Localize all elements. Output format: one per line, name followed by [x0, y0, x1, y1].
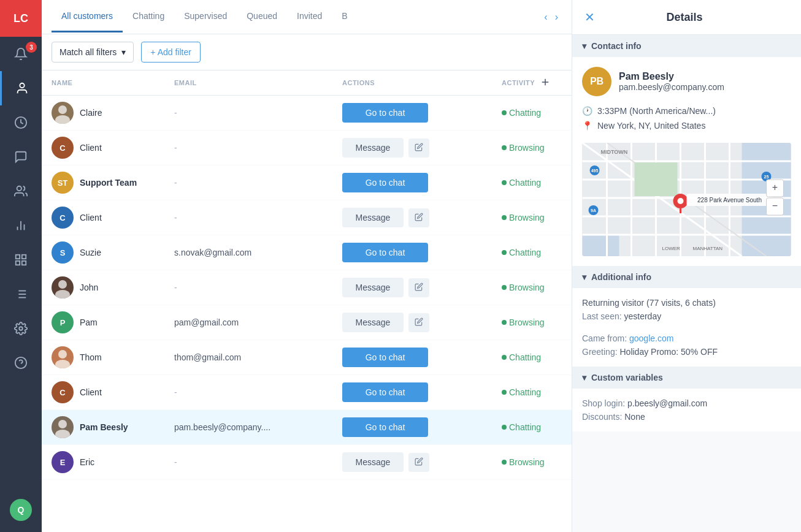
svg-text:+: +: [772, 182, 778, 192]
right-panel: ✕ Details ▾ Contact info PB Pam Beesly p…: [572, 0, 801, 532]
user-cell: C Client: [52, 137, 155, 159]
user-cell: C Client: [52, 207, 155, 229]
match-filters-dropdown[interactable]: Match all filters ▾: [52, 42, 134, 63]
table-row[interactable]: E Eric - Message Browsing: [42, 445, 572, 480]
tab-all-customers[interactable]: All customers: [52, 1, 123, 32]
customer-name: John: [80, 283, 98, 292]
customers-table: NAME EMAIL ACTIONS ACTIVITY: [42, 70, 572, 480]
sidebar-item-team[interactable]: [0, 174, 42, 208]
email-cell: -: [164, 165, 332, 200]
activity-cell: Chatting: [492, 96, 572, 131]
contact-time: 3:33PM (North America/New...): [597, 106, 716, 116]
sidebar-item-chat[interactable]: [0, 140, 42, 174]
additional-info-section-header[interactable]: ▾ Additional info: [572, 266, 801, 288]
add-filter-button[interactable]: + Add filter: [141, 42, 201, 63]
status-label: Browsing: [509, 457, 545, 467]
tab-chatting[interactable]: Chatting: [123, 1, 174, 32]
status-label: Browsing: [509, 143, 545, 153]
sidebar-item-notifications[interactable]: 3: [0, 37, 42, 71]
app-logo[interactable]: LC: [0, 0, 42, 37]
table-row[interactable]: C Client - Message Browsing: [42, 200, 572, 235]
action-cell: Go to chat: [332, 375, 492, 410]
message-button[interactable]: Message: [342, 313, 404, 332]
go-to-chat-button[interactable]: Go to chat: [342, 103, 428, 123]
status-label: Chatting: [509, 108, 541, 118]
contact-info-section-header[interactable]: ▾ Contact info: [572, 35, 801, 57]
sidebar: LC 3 Q: [0, 0, 42, 532]
message-button[interactable]: Message: [342, 452, 404, 472]
custom-vars-section-header[interactable]: ▾ Custom variables: [572, 367, 801, 389]
main-content: All customers Chatting Supervised Queued…: [42, 0, 572, 532]
svg-rect-9: [16, 261, 20, 265]
status-dot: [502, 355, 507, 360]
sidebar-item-settings[interactable]: [0, 311, 42, 346]
go-to-chat-button[interactable]: Go to chat: [342, 173, 428, 192]
customer-name: Pam: [80, 317, 98, 327]
name-cell: S Suzie: [42, 235, 164, 270]
status-dot: [502, 250, 507, 255]
table-row[interactable]: John - Message Browsing: [42, 270, 572, 305]
user-cell: E Eric: [52, 451, 155, 473]
name-cell: ST Support Team: [42, 165, 164, 200]
status-indicator: Chatting: [502, 352, 562, 362]
message-button[interactable]: Message: [342, 138, 404, 158]
sidebar-item-list[interactable]: [0, 277, 42, 311]
user-cell: John: [52, 276, 155, 298]
email-cell: pam@gmail.com: [164, 305, 332, 340]
status-dot: [502, 180, 507, 185]
activity-cell: Browsing: [492, 445, 572, 480]
user-avatar-bottom[interactable]: Q: [10, 499, 32, 521]
customer-name: Thom: [80, 352, 102, 362]
message-button[interactable]: Message: [342, 278, 404, 297]
table-row[interactable]: C Client - Go to chat Chatting: [42, 375, 572, 410]
go-to-chat-button[interactable]: Go to chat: [342, 243, 428, 262]
edit-icon-button[interactable]: [408, 208, 429, 227]
tab-b[interactable]: B: [332, 1, 357, 32]
table-row[interactable]: Pam Beesly pam.beesly@company.... Go to …: [42, 410, 572, 445]
go-to-chat-button[interactable]: Go to chat: [342, 348, 428, 367]
came-from-link[interactable]: google.com: [629, 333, 673, 343]
additional-info-block: Returning visitor (77 visits, 6 chats) L…: [582, 298, 791, 357]
message-button[interactable]: Message: [342, 208, 404, 227]
go-to-chat-button[interactable]: Go to chat: [342, 417, 428, 437]
edit-icon-button[interactable]: [408, 453, 429, 472]
user-cell: C Client: [52, 381, 155, 403]
svg-point-21: [58, 105, 67, 114]
user-cell: Thom: [52, 346, 155, 368]
add-column-icon[interactable]: [540, 77, 551, 89]
sidebar-item-help[interactable]: [0, 346, 42, 380]
tab-prev-btn[interactable]: ‹: [540, 9, 551, 25]
tab-supervised[interactable]: Supervised: [174, 1, 237, 32]
tab-queued[interactable]: Queued: [237, 1, 287, 32]
contact-email: pam.beesly@company.com: [619, 82, 724, 92]
edit-icon-button[interactable]: [408, 278, 429, 297]
panel-close-button[interactable]: ✕: [584, 10, 595, 25]
status-indicator: Browsing: [502, 213, 562, 222]
status-dot: [502, 285, 507, 290]
notification-badge: 3: [26, 42, 37, 53]
table-row[interactable]: S Suzie s.novak@gmail.com Go to chat Cha…: [42, 235, 572, 270]
tab-next-btn[interactable]: ›: [551, 9, 562, 25]
go-to-chat-button[interactable]: Go to chat: [342, 382, 428, 402]
edit-icon-button[interactable]: [408, 313, 429, 332]
sidebar-item-reports[interactable]: [0, 208, 42, 243]
table-row[interactable]: ST Support Team - Go to chat Chatting: [42, 165, 572, 200]
col-email: EMAIL: [164, 70, 332, 96]
status-indicator: Browsing: [502, 317, 562, 327]
customer-name: Support Team: [80, 178, 137, 188]
edit-icon-button[interactable]: [408, 139, 429, 158]
status-dot: [502, 320, 507, 325]
table-row[interactable]: Thom thom@gmail.com Go to chat Chatting: [42, 340, 572, 375]
status-label: Chatting: [509, 387, 541, 397]
panel-title: Details: [666, 11, 702, 24]
svg-point-16: [19, 327, 23, 330]
tab-invited[interactable]: Invited: [287, 1, 332, 32]
table-row[interactable]: Claire - Go to chat Chatting: [42, 96, 572, 131]
sidebar-item-clock[interactable]: [0, 105, 42, 140]
sidebar-item-apps[interactable]: [0, 243, 42, 277]
table-row[interactable]: P Pam pam@gmail.com Message Browsing: [42, 305, 572, 340]
table-row[interactable]: C Client - Message Browsing: [42, 131, 572, 165]
status-indicator: Chatting: [502, 108, 562, 118]
sidebar-item-contacts[interactable]: [0, 71, 42, 105]
name-cell: C Client: [42, 200, 164, 235]
